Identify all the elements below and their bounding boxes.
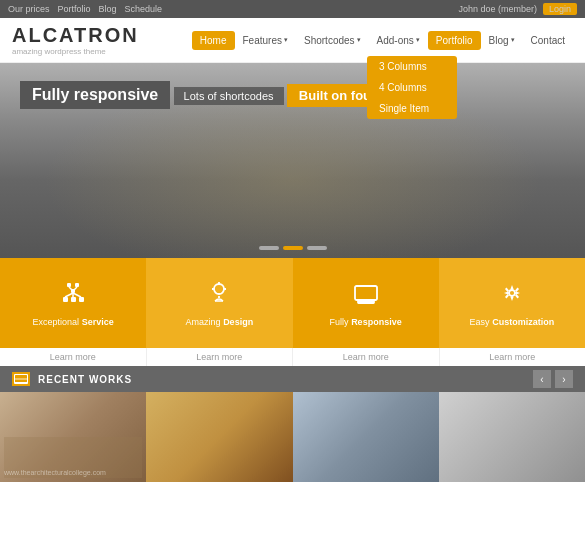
feature-boxes: Exceptional Service Amazing Design [0, 258, 585, 348]
gallery-item-3[interactable] [293, 392, 439, 482]
portfolio-dropdown: 3 Columns 4 Columns Single Item [367, 56, 457, 119]
feature-service[interactable]: Exceptional Service [0, 258, 146, 348]
recent-works-next[interactable]: › [555, 370, 573, 388]
svg-line-10 [73, 293, 81, 297]
gallery: www.thearchitecturalcollege.com [0, 392, 585, 482]
nav-shortcodes[interactable]: Shortcodes▾ [296, 31, 369, 50]
dot-1[interactable] [259, 246, 279, 250]
svg-line-8 [65, 293, 73, 297]
dot-3[interactable] [307, 246, 327, 250]
svg-point-11 [214, 284, 224, 294]
dot-2[interactable] [283, 246, 303, 250]
gallery-item-4[interactable] [439, 392, 585, 482]
recent-works-title: RECENT WORKS [38, 374, 132, 385]
nav-menu: Home Features▾ Shortcodes▾ Add-ons▾ Port… [192, 31, 573, 50]
svg-rect-5 [63, 297, 68, 302]
feature-design[interactable]: Amazing Design [146, 258, 292, 348]
recent-works-header: RECENT WORKS ‹ › [0, 366, 585, 392]
design-label: Amazing Design [186, 317, 254, 327]
gallery-watermark: www.thearchitecturalcollege.com [4, 469, 106, 476]
customization-label: Easy Customization [470, 317, 555, 327]
svg-rect-1 [75, 283, 79, 287]
nav-features[interactable]: Features▾ [235, 31, 296, 50]
recent-works-icon [12, 372, 30, 386]
svg-point-20 [509, 290, 515, 296]
logo-subtitle: amazing wordpress theme [12, 47, 139, 56]
svg-rect-7 [79, 297, 84, 302]
learn-more-row: Learn more Learn more Learn more Learn m… [0, 348, 585, 366]
navigation: ALCATRON amazing wordpress theme Home Fe… [0, 18, 585, 63]
nav-home[interactable]: Home [192, 31, 235, 50]
hero-badge-responsive: Fully responsive [20, 81, 170, 109]
gallery-item-2[interactable] [146, 392, 292, 482]
nav-portfolio[interactable]: Portfolio [428, 31, 481, 50]
svg-rect-17 [355, 286, 377, 300]
hero-badge-shortcodes: Lots of shortcodes [174, 87, 284, 105]
learn-more-design[interactable]: Learn more [147, 348, 294, 366]
nav-blog[interactable]: Blog▾ [481, 31, 523, 50]
svg-rect-0 [67, 283, 71, 287]
user-name: John doe (member) [458, 4, 537, 14]
learn-more-responsive[interactable]: Learn more [293, 348, 440, 366]
hero-section: Fully responsive Lots of shortcodes Buil… [0, 63, 585, 258]
gallery-item-1[interactable]: www.thearchitecturalcollege.com [0, 392, 146, 482]
feature-customization[interactable]: Easy Customization [439, 258, 585, 348]
learn-more-customization[interactable]: Learn more [440, 348, 586, 366]
nav-addons[interactable]: Add-ons▾ [369, 31, 428, 50]
topbar-link-4[interactable]: Schedule [125, 4, 163, 14]
customization-icon [498, 279, 526, 313]
feature-responsive[interactable]: Fully Responsive [293, 258, 439, 348]
svg-rect-6 [71, 297, 76, 302]
dropdown-single[interactable]: Single Item [367, 98, 457, 119]
nav-contact[interactable]: Contact [523, 31, 573, 50]
logo-title: ALCATRON [12, 24, 139, 47]
service-icon [59, 279, 87, 313]
hero-dots [259, 246, 327, 250]
recent-works-prev[interactable]: ‹ [533, 370, 551, 388]
recent-works-nav: ‹ › [533, 370, 573, 388]
topbar-link-3[interactable]: Blog [99, 4, 117, 14]
learn-more-service[interactable]: Learn more [0, 348, 147, 366]
svg-rect-22 [15, 375, 27, 382]
design-icon [205, 279, 233, 313]
top-bar: Our prices Portfolio Blog Schedule John … [0, 0, 585, 18]
login-button[interactable]: Login [543, 3, 577, 15]
service-label: Exceptional Service [33, 317, 114, 327]
logo: ALCATRON amazing wordpress theme [12, 24, 139, 56]
responsive-icon [352, 279, 380, 313]
responsive-label: Fully Responsive [330, 317, 402, 327]
dropdown-4col[interactable]: 4 Columns [367, 77, 457, 98]
topbar-link-2[interactable]: Portfolio [58, 4, 91, 14]
dropdown-3col[interactable]: 3 Columns [367, 56, 457, 77]
topbar-link-1[interactable]: Our prices [8, 4, 50, 14]
